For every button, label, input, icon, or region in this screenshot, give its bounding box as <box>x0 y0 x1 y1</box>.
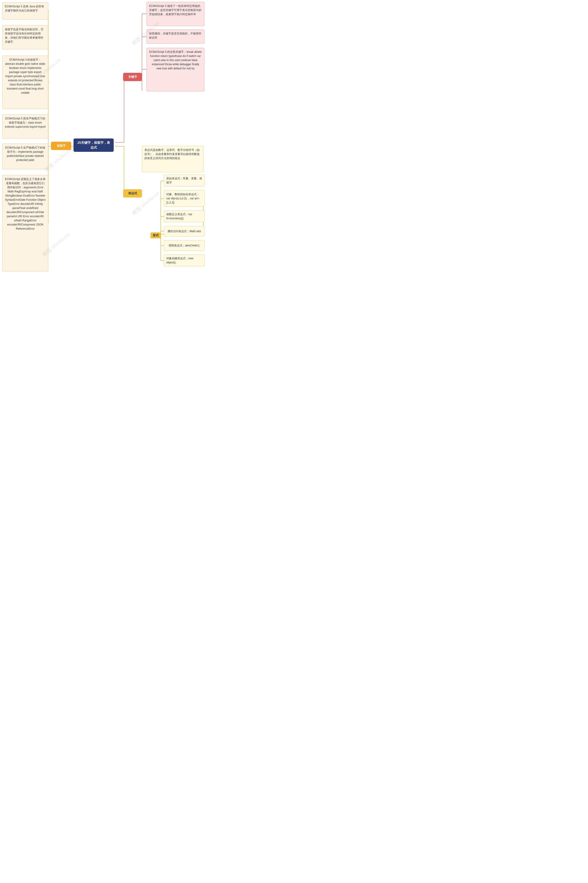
reserved-word-label: 保留字 <box>51 142 71 150</box>
form-box-2: 函数定义表达式：var fn=function(){} <box>164 210 205 222</box>
center-box: JS关键字，保留字，表达式 <box>74 138 114 152</box>
left-box-4: ECMAScript 5 在严格模式下的保留字为：implements pack… <box>2 144 48 169</box>
right-keyword-box-0: ECMAScript 3 描述了一组具有特定用途的关键字，这些关键字可用于表示控… <box>147 2 204 26</box>
form-box-0: 原始表达式：常量、变量、保留字 <box>164 174 205 186</box>
right-keyword-box-1: 按照规则，关键字是语言保留的，不能用作标识符 <box>147 29 204 43</box>
left-box-1: 保留字也是不能当初标识符，尽管保留字还没有任何特定的用途，但他们有可能在将来被用… <box>2 25 48 49</box>
left-box-5: ECMAScript 还预定义了很多全局变量和函数，也应当避免把它们用作标识符：… <box>2 175 48 271</box>
keyword-label: 关键字 <box>123 73 142 81</box>
right-keyword-box-2: ECMAScript 3 的全部关键字：break delete functio… <box>147 48 204 91</box>
form-label: 形式 <box>150 232 161 238</box>
diagram-container: 树图 shuitu.cn 树图 shuitu.cn 树图 shuitu.cn 树… <box>0 0 207 321</box>
left-box-0: ECMAScript 3 还将 Java 的所有关键字都作为自己的保留字 <box>2 2 48 19</box>
right-expression-box-0: 表达式是由数字、运算符、数字分组符号（如括号）、自由变量和约束变量等以能求得数值… <box>142 146 204 172</box>
form-box-3: 属性访问表达式：Math.abs <box>164 226 205 237</box>
left-box-3: ECMAScript 5 把非严格模式下的保留字缩减为：class enum e… <box>2 114 48 138</box>
left-box-2: ECMAScript 3 的保留字：abstract double goto n… <box>2 55 48 109</box>
form-box-1: 对象、数组初始化表达式：var obj={a:1,b:2};，var arr=[… <box>164 190 205 207</box>
expression-label: 表达式 <box>123 189 142 198</box>
form-box-4: 调用表达式：alert('hello'); <box>164 240 205 251</box>
form-box-5: 对象创建表达式：new object(); <box>164 255 205 266</box>
